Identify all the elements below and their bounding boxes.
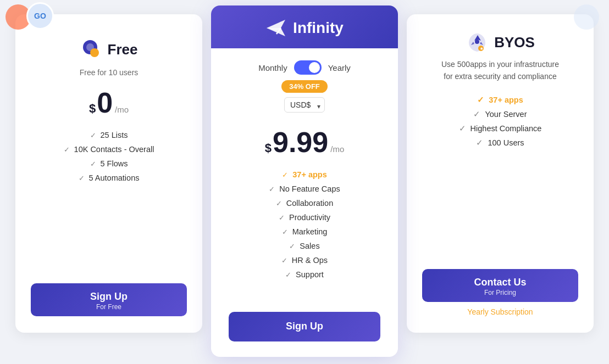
byos-plan-subtitle: Use 500apps in your infrastructurefor ex… bbox=[441, 58, 559, 83]
discount-badge: 34% OFF bbox=[281, 80, 328, 93]
infinity-plan-icon bbox=[265, 18, 286, 38]
list-item: ✓5 Flows bbox=[31, 156, 187, 171]
free-plan-icon bbox=[80, 38, 102, 60]
list-item: ✓25 Lists bbox=[31, 128, 187, 142]
byos-yearly-subscription-link[interactable]: Yearly Subscription bbox=[467, 307, 533, 316]
list-item: ✓Highest Compliance bbox=[422, 121, 578, 136]
pricing-cards-container: GO Free Free for 10 users $ 0 /mo ✓25 Li… bbox=[11, 5, 598, 357]
svg-text:★: ★ bbox=[480, 47, 484, 51]
list-item: ✓5 Automations bbox=[31, 171, 187, 185]
monthly-label: Monthly bbox=[258, 63, 287, 72]
infinity-card-header: Infinity bbox=[211, 5, 398, 48]
list-item: ✓Productivity bbox=[229, 210, 380, 225]
infinity-price-amount: 9.99 bbox=[273, 128, 328, 156]
avatar-decoration-right bbox=[574, 4, 599, 30]
free-price-period: /mo bbox=[115, 105, 129, 114]
free-plan-card: GO Free Free for 10 users $ 0 /mo ✓25 Li… bbox=[15, 14, 202, 333]
list-item: ✓37+ apps bbox=[422, 93, 578, 107]
byos-plan-header: ★ BYOS bbox=[466, 31, 535, 54]
svg-point-2 bbox=[90, 48, 99, 57]
byos-plan-card: ★ BYOS Use 500apps in your infrastructur… bbox=[407, 14, 594, 333]
free-plan-header: Free bbox=[80, 38, 138, 60]
currency-selector[interactable]: USD$ EUR€ GBP£ bbox=[284, 97, 325, 113]
byos-plan-name: BYOS bbox=[494, 34, 535, 51]
free-price-dollar: $ bbox=[89, 102, 96, 116]
list-item: ✓Collaboration bbox=[229, 196, 380, 210]
infinity-price-dollar: $ bbox=[265, 141, 272, 155]
infinity-price-period: /mo bbox=[330, 144, 344, 154]
list-item: ✓10K Contacts - Overall bbox=[31, 142, 187, 156]
list-item: ✓Marketing bbox=[229, 225, 380, 239]
infinity-feature-list: ✓37+ apps ✓No Feature Caps ✓Collaboratio… bbox=[229, 167, 380, 282]
infinity-price-row: $ 9.99 /mo bbox=[265, 128, 344, 156]
byos-feature-list: ✓37+ apps ✓Your Server ✓Highest Complian… bbox=[422, 93, 578, 150]
infinity-body: Monthly Yearly 34% OFF USD$ EUR€ GBP£ bbox=[211, 48, 398, 357]
currency-selector-wrap: USD$ EUR€ GBP£ bbox=[284, 97, 325, 116]
avatar-decoration-blue: GO bbox=[26, 2, 54, 30]
free-plan-subtitle: Free for 10 users bbox=[80, 67, 139, 79]
infinity-plan-card: Infinity Monthly Yearly 34% OFF USD$ EUR… bbox=[211, 5, 398, 357]
infinity-plan-name: Infinity bbox=[293, 19, 344, 37]
list-item: ✓Support bbox=[229, 267, 380, 282]
infinity-signup-button[interactable]: Sign Up bbox=[229, 312, 380, 341]
byos-contact-button[interactable]: Contact Us For Pricing bbox=[422, 269, 578, 302]
yearly-label: Yearly bbox=[328, 63, 351, 72]
list-item: ✓Your Server bbox=[422, 107, 578, 121]
list-item: ✓No Feature Caps bbox=[229, 182, 380, 196]
billing-toggle-row: Monthly Yearly bbox=[258, 60, 351, 75]
page-wrapper: GO Free Free for 10 users $ 0 /mo ✓25 Li… bbox=[0, 0, 609, 364]
free-plan-name: Free bbox=[108, 41, 138, 58]
list-item: ✓Sales bbox=[229, 239, 380, 253]
svg-point-6 bbox=[475, 40, 479, 44]
list-item: ✓HR & Ops bbox=[229, 253, 380, 267]
free-price-row: $ 0 /mo bbox=[89, 88, 129, 117]
byos-plan-icon: ★ bbox=[466, 31, 489, 54]
list-item: ✓37+ apps bbox=[229, 167, 380, 182]
free-price-amount: 0 bbox=[97, 88, 113, 117]
billing-toggle[interactable] bbox=[294, 60, 322, 75]
list-item: ✓100 Users bbox=[422, 136, 578, 150]
free-signup-button[interactable]: Sign Up For Free bbox=[31, 283, 187, 316]
free-feature-list: ✓25 Lists ✓10K Contacts - Overall ✓5 Flo… bbox=[31, 128, 187, 185]
